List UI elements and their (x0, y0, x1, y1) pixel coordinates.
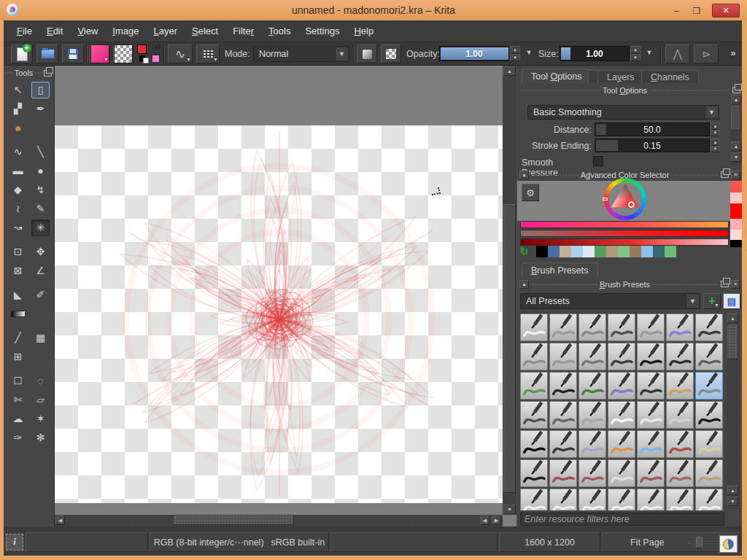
menu-edit[interactable]: Edit (39, 23, 70, 39)
brush-preset-tile[interactable] (695, 430, 723, 458)
gradient-chooser-button[interactable]: ▼ (90, 44, 110, 63)
open-document-button[interactable] (36, 44, 58, 63)
text-tool[interactable]: ▯ (31, 82, 50, 98)
gradient-toggle-button[interactable] (357, 44, 377, 63)
brush-preset-tile[interactable] (695, 314, 723, 341)
perspective-grid-tool[interactable]: ▦ (31, 330, 50, 346)
brush-preset-tile[interactable] (578, 314, 606, 341)
brush-preset-tile[interactable] (666, 401, 694, 429)
tab-tool-options[interactable]: Tool Options (522, 69, 592, 83)
shade-swatch[interactable] (730, 240, 742, 247)
maximize-button[interactable]: ❒ (687, 4, 706, 18)
foreground-color-swatch[interactable] (137, 44, 147, 54)
size-spinner[interactable]: ▲▼ (630, 46, 640, 61)
stroke-ending-slider[interactable]: 0.15 (595, 139, 710, 152)
brush-preset-tile[interactable] (608, 372, 635, 400)
vertical-scroll-thumb[interactable] (503, 204, 516, 493)
background-color-swatch[interactable] (152, 55, 160, 63)
brush-presets-scrollbar[interactable]: ▲ ▲ ▼ (727, 314, 739, 509)
history-color-swatch[interactable] (571, 246, 583, 257)
brush-preset-tile[interactable] (695, 459, 723, 487)
history-color-swatch[interactable] (595, 246, 606, 257)
float-panel-icon[interactable] (721, 281, 729, 287)
scroll-up-icon[interactable]: ▲ (731, 141, 741, 151)
dynamic-brush-tool[interactable]: ↝ (9, 219, 27, 236)
blending-mode-select[interactable]: Normal▼ (253, 46, 349, 62)
history-color-swatch[interactable] (653, 246, 665, 257)
minimize-button[interactable]: – (667, 4, 686, 18)
smooth-pressure-checkbox[interactable] (593, 156, 603, 166)
canvas-area[interactable]: ▲ ▼ ◀ ◀ ▶ (55, 66, 516, 526)
shade-swatch[interactable] (730, 203, 742, 219)
line-tool[interactable]: ╲ (31, 144, 50, 160)
polygon-tool[interactable]: ◆ (9, 182, 27, 198)
calligraphy-tool[interactable]: ✒ (31, 101, 50, 117)
gradient-tool[interactable] (9, 306, 27, 322)
brush-preset-tile[interactable] (608, 401, 635, 429)
brush-preset-tile[interactable] (695, 372, 723, 400)
distance-slider[interactable]: 50.0 (595, 122, 710, 136)
ruler-tool[interactable]: ╱ (9, 330, 27, 346)
canvas-vertical-scrollbar[interactable]: ▲ ▼ (503, 66, 516, 515)
brush-preset-tile[interactable] (637, 401, 665, 429)
scroll-up-icon[interactable]: ▲ (727, 486, 738, 495)
brush-preset-tile[interactable] (578, 401, 606, 429)
brush-preset-tile[interactable] (520, 372, 548, 400)
close-button[interactable]: ✕ (712, 4, 740, 18)
menu-select[interactable]: Select (185, 23, 225, 39)
edit-shapes-tool[interactable]: ▞ (9, 101, 27, 117)
ellipse-tool[interactable]: ● (31, 163, 50, 179)
size-dropdown-arrow[interactable]: ▼ (643, 49, 655, 59)
brush-preset-tile[interactable] (520, 314, 548, 341)
brush-preset-tile[interactable] (666, 459, 694, 487)
shade-swatch[interactable] (730, 181, 742, 192)
menu-image[interactable]: Image (105, 23, 146, 39)
brush-preset-tile[interactable] (608, 489, 635, 510)
scroll-left-icon[interactable]: ◀ (480, 516, 489, 525)
color-selector-settings-button[interactable]: ⚙ (522, 184, 539, 201)
brush-preset-tile[interactable] (637, 343, 665, 370)
gradient-strip[interactable] (520, 238, 729, 246)
polyline-tool[interactable]: ↯ (31, 182, 50, 198)
brush-preset-tile[interactable] (578, 459, 606, 487)
save-document-button[interactable] (62, 44, 84, 63)
float-dock-icon[interactable] (44, 70, 52, 77)
brush-preset-tile[interactable] (695, 401, 723, 429)
brush-preset-tile[interactable] (666, 372, 694, 400)
brush-preset-tile[interactable] (637, 430, 665, 458)
brush-preset-tile[interactable] (637, 489, 665, 510)
size-slider[interactable]: 1.00 (560, 46, 630, 61)
menu-file[interactable]: File (9, 23, 39, 39)
colorize-tool[interactable]: ● (9, 120, 27, 136)
shape-select-tool[interactable]: ↖ (9, 82, 27, 98)
menu-view[interactable]: View (70, 23, 105, 39)
color-sampler-tool[interactable]: ✐ (31, 287, 50, 303)
horizontal-scroll-thumb[interactable] (174, 516, 294, 525)
resource-filter-input[interactable] (520, 513, 724, 526)
collapse-panel-icon[interactable]: ▲ (519, 280, 529, 289)
canvas[interactable] (55, 125, 503, 503)
multibrush-tool[interactable]: ✳ (31, 219, 50, 236)
opacity-spinner[interactable]: ▲▼ (510, 46, 520, 61)
brush-preset-tile[interactable] (549, 343, 577, 370)
menu-tools[interactable]: Tools (261, 23, 298, 39)
brush-preset-tile[interactable] (637, 459, 665, 487)
brush-preset-tile[interactable] (666, 430, 694, 458)
preset-view-mode-button[interactable]: ▤ (723, 293, 740, 309)
brush-preset-tile[interactable] (549, 314, 577, 341)
history-color-swatch[interactable] (641, 246, 653, 257)
opacity-slider[interactable]: 1.00 (439, 46, 509, 61)
brush-preset-chooser-button[interactable]: ∿▼ (168, 44, 193, 63)
scroll-up-icon[interactable]: ▲ (727, 314, 738, 323)
brush-preset-tile[interactable] (549, 372, 577, 400)
brush-preset-tile[interactable] (666, 314, 694, 341)
foreground-background-colors[interactable]: ⇄ (137, 44, 160, 63)
swap-colors-icon[interactable]: ⇄ (155, 43, 160, 50)
grid-tool[interactable]: ⊞ (9, 349, 27, 365)
tool-options-scrollbar[interactable]: ▲ ▲ ▼ (730, 95, 742, 165)
canvas-horizontal-scrollbar[interactable]: ◀ ◀ ▶ (55, 515, 503, 526)
selection-info-icon[interactable]: i (6, 534, 23, 551)
transform-tool[interactable]: ⊠ (9, 262, 27, 279)
scroll-right-icon[interactable]: ▶ (492, 516, 501, 525)
close-panel-icon[interactable]: ✕ (731, 280, 740, 289)
